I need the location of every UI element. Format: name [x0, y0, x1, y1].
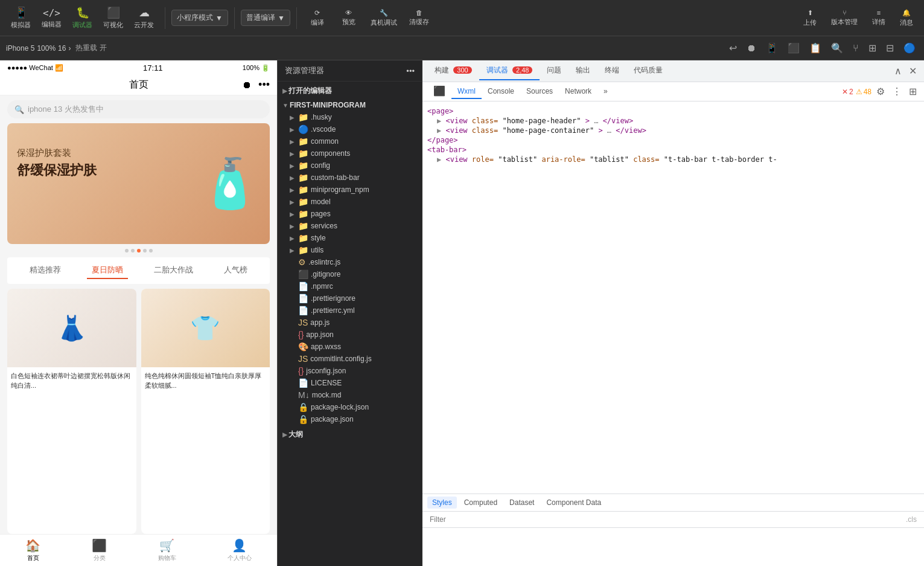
- tree-item-utils[interactable]: ▶ 📁 utils: [278, 244, 422, 256]
- tree-item-vscode[interactable]: ▶ 🔵 .vscode: [278, 123, 422, 135]
- grid2-icon[interactable]: ⊟: [884, 40, 896, 56]
- sim-products-grid: 👗 白色短袖连衣裙蒂叶边裙摆宽松韩版休闲纯白清... 👕 纯色纯棉休闲圆领短袖T…: [7, 289, 270, 534]
- compile-dropdown[interactable]: 普通编译 ▼: [241, 10, 290, 26]
- devtools-sec-tab-sources[interactable]: Sources: [520, 85, 559, 99]
- more-options-icon[interactable]: ⋮: [890, 85, 904, 98]
- tree-item-style[interactable]: ▶ 📁 style: [278, 232, 422, 244]
- file-explorer-more-icon[interactable]: •••: [406, 66, 415, 76]
- devtools-sec-tab-network[interactable]: Network: [559, 85, 597, 99]
- simulator-mode-btn[interactable]: 📱 模拟器: [6, 4, 36, 32]
- tree-item-custom-tab[interactable]: ▶ 📁 custom-tab-bar: [278, 172, 422, 184]
- tree-item-package-json[interactable]: ▶ 🔒 package.json: [278, 413, 422, 425]
- tree-item-model[interactable]: ▶ 📁 model: [278, 196, 422, 208]
- devtools-tab-quality[interactable]: 代码质量: [626, 62, 670, 80]
- tree-item-husky[interactable]: ▶ 📁 .husky: [278, 111, 422, 123]
- tree-item-commitlint[interactable]: ▶ JS commitlint.config.js: [278, 353, 422, 365]
- tree-item-license[interactable]: ▶ 📄 LICENSE: [278, 377, 422, 389]
- tree-item-miniprogram-npm[interactable]: ▶ 📁 miniprogram_npm: [278, 184, 422, 196]
- split-icon[interactable]: ⬛: [785, 40, 802, 56]
- tree-item-config[interactable]: ▶ 📁 config: [278, 159, 422, 172]
- expand-arrow-icon[interactable]: ▶: [437, 155, 441, 164]
- tree-item-npmrc[interactable]: ▶ 📄 .npmrc: [278, 280, 422, 292]
- devtools-sec-tab-wxml[interactable]: Wxml: [451, 85, 482, 99]
- tree-item-jsconfig[interactable]: ▶ {} jsconfig.json: [278, 365, 422, 377]
- sim-tab-3[interactable]: 人气榜: [219, 262, 252, 279]
- sim-nav-cart[interactable]: 🛒 购物车: [158, 538, 176, 562]
- dot-icon[interactable]: 🔵: [901, 40, 918, 56]
- details-btn[interactable]: ≡ 详情: [867, 7, 890, 29]
- refresh-icon[interactable]: ↩: [727, 40, 739, 56]
- tree-item-prettierignore[interactable]: ▶ 📄 .prettierignore: [278, 292, 422, 304]
- sim-product-1[interactable]: 👕 纯色纯棉休闲圆领短袖T恤纯白亲肤厚厚柔软细腻...: [141, 289, 270, 534]
- devtools-sec-tab-console[interactable]: Console: [482, 85, 520, 99]
- cloud-mode-btn[interactable]: ☁ 云开发: [129, 4, 159, 32]
- device-selector[interactable]: iPhone 5 100% 16 ›: [6, 44, 71, 53]
- stop-icon[interactable]: ⏺: [744, 40, 759, 56]
- tree-item-prettierrc[interactable]: ▶ 📄 .prettierrc.yml: [278, 304, 422, 317]
- clear-cache-btn[interactable]: 🗑 清缓存: [404, 7, 434, 29]
- sim-search-icon: 🔍: [14, 105, 24, 114]
- sim-search-bar[interactable]: 🔍 iphone 13 火热发售中: [7, 100, 270, 118]
- devtools-tab-debugger[interactable]: 调试器 2,48: [479, 62, 540, 80]
- outline-header[interactable]: ▶ 大纲: [278, 428, 422, 442]
- editor-icon: </>: [43, 7, 60, 19]
- dom-line-header[interactable]: ▶ <view class= "home-page-header" > … </…: [427, 116, 919, 126]
- sim-nav-profile[interactable]: 👤 个人中心: [228, 538, 252, 562]
- tree-item-appjson[interactable]: ▶ {} app.json: [278, 329, 422, 341]
- copy-icon[interactable]: 📋: [807, 40, 824, 56]
- styles-tab-computed[interactable]: Computed: [459, 497, 502, 509]
- close-panel-icon[interactable]: ✕: [906, 64, 919, 78]
- search-icon[interactable]: 🔍: [829, 40, 846, 56]
- tree-item-package-lock[interactable]: ▶ 🔒 package-lock.json: [278, 401, 422, 413]
- tree-item-gitignore[interactable]: ▶ ⬛ .gitignore: [278, 268, 422, 280]
- dom-line-tabbar-view[interactable]: ▶ <view role= "tablist" aria-role= "tabl…: [427, 155, 919, 164]
- messages-btn[interactable]: 🔔 消息: [895, 7, 918, 30]
- real-debug-btn[interactable]: 🔧 真机调试: [366, 7, 402, 30]
- chevron-up-icon[interactable]: ∧: [892, 64, 904, 78]
- tree-item-common[interactable]: ▶ 📁 common: [278, 135, 422, 147]
- preview-btn[interactable]: 👁 预览: [334, 7, 363, 29]
- open-editors-header[interactable]: ▶ 打开的编辑器: [278, 84, 422, 98]
- dom-line-container[interactable]: ▶ <view class= "home-page-container" > ……: [427, 126, 919, 135]
- sim-tab-2[interactable]: 二胎大作战: [149, 262, 198, 279]
- tree-item-appwxss[interactable]: ▶ 🎨 app.wxss: [278, 341, 422, 353]
- sim-nav-category[interactable]: ⬛ 分类: [92, 538, 107, 562]
- root-folder-header[interactable]: ▼ FIRST-MINIPROGRAM: [278, 99, 422, 111]
- visual-mode-btn[interactable]: ⬛ 可视化: [98, 4, 128, 32]
- version-btn[interactable]: ⑂ 版本管理: [826, 7, 862, 29]
- compile-btn[interactable]: ⟳ 编译: [303, 7, 332, 30]
- tree-item-mockmd[interactable]: ▶ M↓ mock.md: [278, 389, 422, 401]
- devtools-tab-output[interactable]: 输出: [569, 62, 597, 80]
- dock-icon[interactable]: ⊞: [906, 85, 919, 98]
- styles-tab-dataset[interactable]: Dataset: [505, 497, 539, 509]
- sim-nav-home[interactable]: 🏠 首页: [25, 538, 40, 562]
- tree-item-appjs[interactable]: ▶ JS app.js: [278, 317, 422, 329]
- expand-arrow-icon[interactable]: ▶: [437, 126, 441, 135]
- tree-item-components[interactable]: ▶ 📁 components: [278, 147, 422, 159]
- packagejson-icon: 🔒: [298, 414, 308, 424]
- tree-item-eslintrc[interactable]: ▶ ⚙ .eslintrc.js: [278, 256, 422, 268]
- branch-icon[interactable]: ⑂: [850, 40, 861, 56]
- sim-tab-0[interactable]: 精选推荐: [25, 262, 66, 279]
- grid1-icon[interactable]: ⊞: [866, 40, 879, 56]
- sim-tab-1[interactable]: 夏日防晒: [87, 262, 128, 279]
- mobile-icon[interactable]: 📱: [763, 40, 780, 56]
- tree-item-services[interactable]: ▶ 📁 services: [278, 220, 422, 232]
- expand-arrow-icon[interactable]: ▶: [437, 117, 441, 125]
- devtools-sec-tab-wxml-icon[interactable]: ⬛: [427, 83, 451, 100]
- styles-filter-input[interactable]: [430, 515, 903, 524]
- sim-more-icon[interactable]: •••: [258, 79, 270, 91]
- more-tabs-icon[interactable]: »: [597, 85, 614, 99]
- tree-item-pages[interactable]: ▶ 📁 pages: [278, 208, 422, 220]
- devtools-tab-terminal[interactable]: 终端: [597, 62, 626, 80]
- upload-btn[interactable]: ⬆ 上传: [798, 7, 821, 30]
- mode-dropdown[interactable]: 小程序模式 ▼: [171, 10, 228, 26]
- editor-mode-btn[interactable]: </> 编辑器: [37, 5, 66, 31]
- styles-tab-styles[interactable]: Styles: [427, 497, 457, 509]
- debugger-mode-btn[interactable]: 🐛 调试器: [68, 4, 97, 32]
- devtools-tab-build[interactable]: 构建 300: [427, 62, 479, 80]
- styles-tab-component-data[interactable]: Component Data: [541, 497, 606, 509]
- settings-icon[interactable]: ⚙: [874, 85, 887, 98]
- sim-product-0[interactable]: 👗 白色短袖连衣裙蒂叶边裙摆宽松韩版休闲纯白清...: [7, 289, 136, 534]
- devtools-tab-problems[interactable]: 问题: [540, 62, 569, 80]
